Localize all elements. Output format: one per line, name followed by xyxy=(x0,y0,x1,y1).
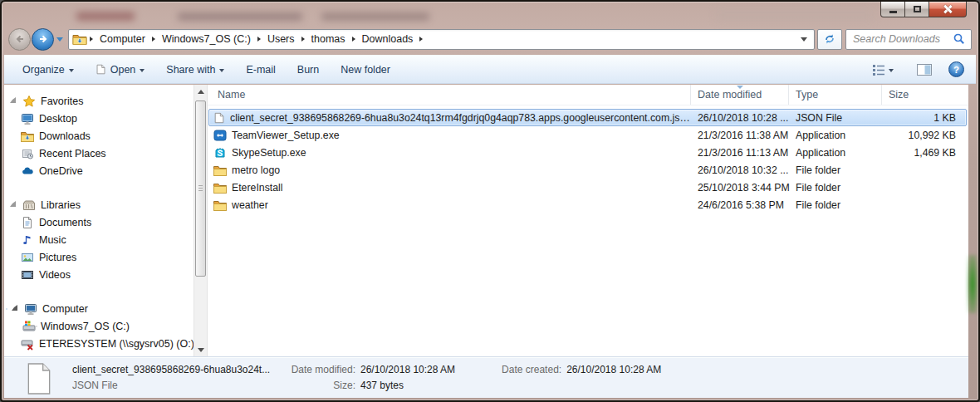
file-row-teamviewer-setup[interactable]: TeamViewer_Setup.exe 21/3/2016 11:38 AM … xyxy=(208,126,967,144)
skype-app-icon xyxy=(213,146,227,159)
sidebar-item-documents[interactable]: Documents xyxy=(4,213,194,231)
column-header-date-modified[interactable]: Date modified xyxy=(691,85,789,105)
section-label: Favorites xyxy=(37,96,83,107)
close-button[interactable] xyxy=(929,2,967,17)
date-modified-value: 26/10/2018 10:28 AM xyxy=(360,362,455,378)
section-label: Libraries xyxy=(37,199,81,211)
breadcrumb-computer[interactable]: Computer xyxy=(96,32,149,47)
titlebar-glass-smudge xyxy=(321,12,429,21)
sidebar-item-pictures[interactable]: Pictures xyxy=(4,248,194,266)
chevron-down-icon xyxy=(889,69,894,72)
recent-pages-dropdown[interactable] xyxy=(56,37,63,42)
toolbar-right-group: ? xyxy=(865,60,964,80)
details-pane: client_secret_938695868269-6hua8u3o24t..… xyxy=(4,356,968,398)
file-row-skype-setup[interactable]: SkypeSetup.exe 21/3/2016 11:13 AM Applic… xyxy=(208,144,967,161)
file-row-weather[interactable]: weather 24/6/2016 5:38 PM File folder xyxy=(208,196,967,213)
file-date-modified: 24/6/2016 5:38 PM xyxy=(691,199,789,211)
column-label: Type xyxy=(796,89,818,100)
file-type: File folder xyxy=(789,199,882,211)
address-bar[interactable]: Computer Windows7_OS (C:) Users thomas D… xyxy=(68,29,815,50)
size-value: 437 bytes xyxy=(360,378,455,394)
column-header-name[interactable]: Name xyxy=(208,85,691,105)
sidebar-scrollbar[interactable] xyxy=(194,85,208,356)
breadcrumb-separator[interactable] xyxy=(301,37,305,42)
file-size: 10,992 KB xyxy=(882,130,966,141)
burn-button[interactable]: Burn xyxy=(291,60,326,80)
pictures-icon xyxy=(21,251,34,264)
minimize-icon xyxy=(889,11,897,13)
breadcrumb-users[interactable]: Users xyxy=(263,32,299,47)
sidebar-item-eteresystem[interactable]: ETERESYSTEM (\\sgysrv05) (O:) xyxy=(4,335,194,352)
search-icon[interactable] xyxy=(953,32,966,46)
preview-pane-button[interactable] xyxy=(910,60,938,80)
minimize-button[interactable] xyxy=(880,2,905,17)
file-type: File folder xyxy=(789,164,882,176)
column-header-size[interactable]: Size xyxy=(882,85,968,105)
help-icon: ? xyxy=(953,65,959,75)
sidebar-section-favorites[interactable]: Favorites xyxy=(4,92,194,110)
sidebar-item-videos[interactable]: Videos xyxy=(4,266,194,283)
maximize-button[interactable] xyxy=(905,2,929,17)
folder-icon xyxy=(213,181,227,194)
breadcrumb-separator[interactable] xyxy=(419,37,423,42)
search-input[interactable] xyxy=(846,33,953,45)
file-row-metro-logo[interactable]: metro logo 26/10/2018 10:32 ... File fol… xyxy=(208,161,967,179)
scroll-up-button[interactable] xyxy=(194,85,207,98)
sidebar-item-music[interactable]: Music xyxy=(4,231,194,248)
email-button[interactable]: E-mail xyxy=(239,60,282,80)
file-name: EtereInstall xyxy=(227,182,283,194)
sidebar-item-label: Music xyxy=(36,234,66,246)
sidebar-item-label: Videos xyxy=(36,269,71,281)
sidebar-item-desktop[interactable]: Desktop xyxy=(4,110,194,127)
selected-file-type: JSON File xyxy=(72,378,282,394)
column-label: Name xyxy=(218,89,245,100)
selected-file-name: client_secret_938695868269-6hua8u3o24t..… xyxy=(72,362,282,378)
new-folder-button[interactable]: New folder xyxy=(334,60,397,80)
sidebar-item-recent-places[interactable]: Recent Places xyxy=(4,145,194,162)
breadcrumb-windows7-os[interactable]: Windows7_OS (C:) xyxy=(158,32,255,47)
column-header-type[interactable]: Type xyxy=(789,85,882,105)
sidebar-item-downloads[interactable]: Downloads xyxy=(4,127,194,145)
expand-triangle-icon[interactable] xyxy=(12,305,17,311)
file-row-client-secret-json[interactable]: client_secret_938695868269-6hua8u3o24tq1… xyxy=(208,109,967,126)
navigation-pane: Favorites Desktop Downloads xyxy=(4,85,194,356)
sidebar-item-windows7-os[interactable]: Windows7_OS (C:) xyxy=(4,317,194,335)
sidebar-section-computer[interactable]: Computer xyxy=(4,300,194,317)
breadcrumb-separator[interactable] xyxy=(90,37,93,42)
arrow-down-icon xyxy=(198,348,204,352)
share-with-label: Share with xyxy=(166,64,215,76)
refresh-button[interactable] xyxy=(817,29,842,50)
selected-file-large-icon xyxy=(26,362,52,395)
breadcrumb-separator[interactable] xyxy=(257,37,261,42)
help-button[interactable]: ? xyxy=(948,61,964,77)
address-history-dropdown[interactable] xyxy=(801,37,807,42)
explorer-window: Computer Windows7_OS (C:) Users thomas D… xyxy=(0,0,980,402)
share-with-button[interactable]: Share with xyxy=(159,60,231,80)
command-toolbar: Organize Open Share with E-mail Burn New… xyxy=(4,55,976,84)
file-date-modified: 26/10/2018 10:28 ... xyxy=(691,112,789,124)
file-row-etereinstall[interactable]: EtereInstall 25/10/2018 3:44 PM File fol… xyxy=(208,179,967,196)
change-view-button[interactable] xyxy=(865,60,900,80)
expand-triangle-icon[interactable] xyxy=(10,201,16,207)
downloads-folder-icon xyxy=(21,130,34,143)
back-button[interactable] xyxy=(8,28,31,51)
forward-button[interactable] xyxy=(32,28,54,51)
sort-arrow-icon xyxy=(737,86,743,89)
scrollbar-thumb[interactable] xyxy=(195,100,206,277)
breadcrumb-separator[interactable] xyxy=(152,37,155,42)
breadcrumb-downloads[interactable]: Downloads xyxy=(358,32,418,47)
new-folder-label: New folder xyxy=(341,64,390,76)
file-icon xyxy=(96,63,106,76)
expand-triangle-icon[interactable] xyxy=(10,97,16,103)
sidebar-item-onedrive[interactable]: OneDrive xyxy=(4,162,194,179)
titlebar-glass-smudge xyxy=(76,12,135,21)
onedrive-cloud-icon xyxy=(21,164,34,178)
sidebar-section-libraries[interactable]: Libraries xyxy=(4,196,194,213)
organize-button[interactable]: Organize xyxy=(16,60,81,80)
breadcrumb-separator[interactable] xyxy=(352,37,355,42)
sidebar-item-label: Documents xyxy=(36,217,91,228)
titlebar[interactable] xyxy=(2,2,978,23)
scroll-down-button[interactable] xyxy=(194,343,207,356)
open-button[interactable]: Open xyxy=(89,59,152,80)
breadcrumb-thomas[interactable]: thomas xyxy=(307,32,350,47)
